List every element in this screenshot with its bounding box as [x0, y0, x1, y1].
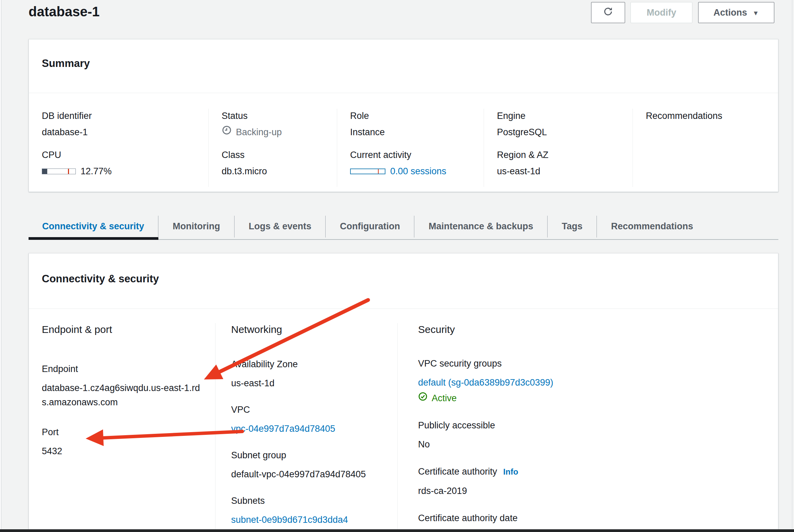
- activity-value[interactable]: 0.00 sessions: [390, 164, 446, 178]
- summary-grid: DB identifier database-1 CPU 12.77% Stat…: [29, 93, 778, 200]
- vpc-label: VPC: [231, 403, 384, 417]
- summary-col-role: Role Instance Current activity 0.00 sess…: [337, 109, 484, 187]
- db-identifier-value: database-1: [42, 125, 198, 139]
- tab-tags[interactable]: Tags: [548, 213, 597, 239]
- endpoint-value: database-1.cz4ag6siwqdu.us-east-1.rds.am…: [42, 381, 202, 409]
- certificate-authority-date-field: Certificate authority date August 22, 20…: [418, 511, 764, 532]
- publicly-accessible-value: No: [418, 437, 764, 451]
- summary-col-identifier: DB identifier database-1 CPU 12.77%: [29, 109, 208, 187]
- tab-configuration[interactable]: Configuration: [326, 213, 414, 239]
- tab-recommendations[interactable]: Recommendations: [597, 213, 708, 239]
- security-group-link[interactable]: default (sg-0da6389b97d3c0399): [418, 375, 553, 390]
- certificate-authority-label-row: Certificate authority Info: [418, 464, 764, 479]
- networking-column: Networking Availability Zone us-east-1d …: [215, 323, 397, 532]
- subnet-group-label: Subnet group: [231, 448, 384, 462]
- endpoint-port-heading: Endpoint & port: [42, 323, 202, 336]
- class-field: Class db.t3.micro: [222, 148, 327, 178]
- class-value: db.t3.micro: [222, 164, 327, 178]
- endpoint-field: Endpoint database-1.cz4ag6siwqdu.us-east…: [42, 362, 202, 409]
- cpu-meter-row: 12.77%: [42, 164, 198, 178]
- chevron-down-icon: ▼: [753, 10, 759, 16]
- tab-maintenance-backups[interactable]: Maintenance & backups: [414, 213, 548, 239]
- window-bottom-edge: [0, 529, 794, 532]
- current-activity-row: 0.00 sessions: [350, 164, 473, 178]
- page-title: database-1: [29, 4, 100, 19]
- availability-zone-value: us-east-1d: [231, 376, 384, 390]
- port-value: 5432: [42, 444, 202, 458]
- connectivity-title: Connectivity & security: [42, 272, 765, 285]
- recommendations-field: Recommendations: [646, 109, 768, 123]
- connectivity-grid: Endpoint & port Endpoint database-1.cz4a…: [29, 309, 778, 532]
- rds-instance-details-page: database-1 Modify Actions ▼ Summary DB i…: [0, 0, 794, 532]
- tab-monitoring[interactable]: Monitoring: [158, 213, 234, 239]
- port-field: Port 5432: [42, 425, 202, 458]
- refresh-button[interactable]: [591, 2, 625, 23]
- role-value: Instance: [350, 125, 473, 139]
- availability-zone-label: Availability Zone: [231, 357, 384, 371]
- current-activity-field: Current activity 0.00 sessions: [350, 148, 473, 178]
- refresh-icon: [603, 6, 613, 19]
- summary-panel-header: Summary: [29, 39, 778, 93]
- check-circle-icon: [418, 391, 428, 405]
- region-az-value: us-east-1d: [497, 164, 622, 178]
- security-group-status-row: Active: [418, 391, 764, 405]
- security-column: Security VPC security groups default (sg…: [397, 323, 778, 532]
- summary-col-recommendations: Recommendations: [633, 109, 778, 187]
- vpc-field: VPC vpc-04e997d7a94d78405: [231, 403, 384, 436]
- page-left-border: [1, 0, 1, 532]
- connectivity-panel-header: Connectivity & security: [29, 253, 778, 309]
- status-value: Backing-up: [236, 125, 282, 139]
- page-right-border: [792, 0, 792, 532]
- publicly-accessible-field: Publicly accessible No: [418, 418, 764, 451]
- tab-logs-events[interactable]: Logs & events: [235, 213, 326, 239]
- activity-meter-bar: [350, 169, 385, 174]
- summary-panel: Summary DB identifier database-1 CPU 12.…: [29, 39, 778, 192]
- security-heading: Security: [418, 323, 764, 336]
- engine-label: Engine: [497, 109, 622, 123]
- engine-field: Engine PostgreSQL: [497, 109, 622, 139]
- status-label: Status: [222, 109, 327, 123]
- cpu-label: CPU: [42, 148, 198, 162]
- summary-title: Summary: [42, 57, 765, 70]
- role-field: Role Instance: [350, 109, 473, 139]
- engine-value: PostgreSQL: [497, 125, 622, 139]
- subnets-label: Subnets: [231, 494, 384, 508]
- networking-heading: Networking: [231, 323, 384, 336]
- detail-tabs: Connectivity & security Monitoring Logs …: [29, 213, 778, 240]
- certificate-authority-value: rds-ca-2019: [418, 484, 764, 498]
- connectivity-security-panel: Connectivity & security Endpoint & port …: [29, 253, 778, 532]
- summary-col-engine: Engine PostgreSQL Region & AZ us-east-1d: [484, 109, 633, 187]
- class-label: Class: [222, 148, 327, 162]
- clock-icon: [222, 125, 232, 139]
- availability-zone-field: Availability Zone us-east-1d: [231, 357, 384, 390]
- port-label: Port: [42, 425, 202, 439]
- vpc-link[interactable]: vpc-04e997d7a94d78405: [231, 422, 335, 436]
- cpu-meter-bar: [42, 169, 76, 174]
- subnet-group-value: default-vpc-04e997d7a94d78405: [231, 467, 384, 481]
- actions-button-label: Actions: [713, 7, 747, 18]
- vpc-security-groups-field: VPC security groups default (sg-0da6389b…: [418, 356, 764, 405]
- vpc-security-groups-label: VPC security groups: [418, 356, 764, 371]
- db-identifier-field: DB identifier database-1: [42, 109, 198, 139]
- security-group-status: Active: [432, 391, 457, 405]
- summary-col-status: Status Backing-up Class db.t3.micro: [208, 109, 337, 187]
- region-az-field: Region & AZ us-east-1d: [497, 148, 622, 178]
- cpu-value: 12.77%: [81, 164, 112, 178]
- certificate-authority-field: Certificate authority Info rds-ca-2019: [418, 464, 764, 498]
- status-value-row: Backing-up: [222, 125, 327, 139]
- modify-button[interactable]: Modify: [631, 2, 692, 23]
- cpu-field: CPU 12.77%: [42, 148, 198, 178]
- subnets-field: Subnets subnet-0e9b9d671c9d3dda4 subnet-…: [231, 494, 384, 532]
- db-identifier-label: DB identifier: [42, 109, 198, 123]
- tab-connectivity-security[interactable]: Connectivity & security: [29, 213, 158, 239]
- region-az-label: Region & AZ: [497, 148, 622, 162]
- certificate-authority-date-label: Certificate authority date: [418, 511, 764, 525]
- certificate-authority-label: Certificate authority: [418, 464, 497, 479]
- subnet-link-1[interactable]: subnet-0e9b9d671c9d3dda4: [231, 513, 384, 527]
- role-label: Role: [350, 109, 473, 123]
- publicly-accessible-label: Publicly accessible: [418, 418, 764, 432]
- certificate-authority-info-link[interactable]: Info: [503, 465, 518, 479]
- endpoint-port-column: Endpoint & port Endpoint database-1.cz4a…: [29, 323, 215, 532]
- actions-button[interactable]: Actions ▼: [698, 2, 774, 23]
- status-field: Status Backing-up: [222, 109, 327, 139]
